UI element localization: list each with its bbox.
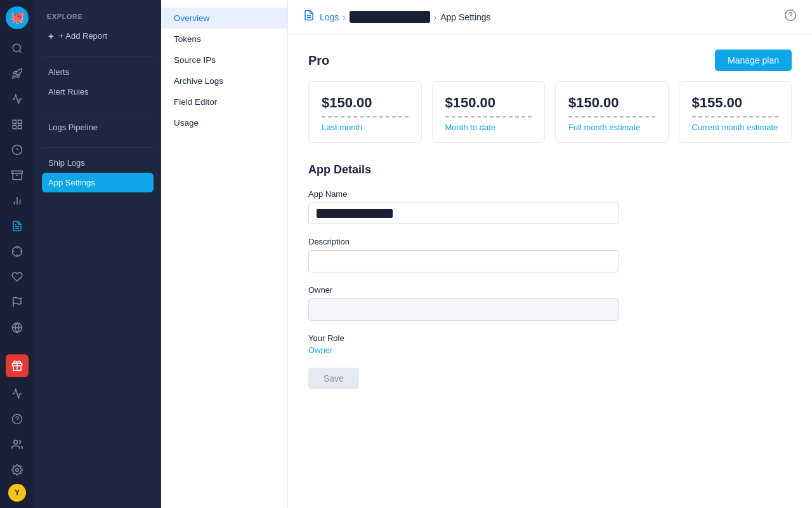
current-month-card: $155.00 Current month estimate xyxy=(679,81,792,143)
avatar[interactable]: Y xyxy=(8,484,26,502)
alert-circle-icon[interactable] xyxy=(6,138,29,161)
svg-rect-5 xyxy=(18,120,22,123)
alert-rules-item[interactable]: Alert Rules xyxy=(42,82,154,102)
breadcrumb: Logs › ████████████ › App Settings xyxy=(320,11,491,23)
plugin-icon[interactable] xyxy=(6,265,29,288)
app-details-title: App Details xyxy=(308,163,792,177)
gift-icon[interactable] xyxy=(6,354,29,377)
alerts-label: Alerts xyxy=(48,67,69,77)
bar-chart-icon[interactable] xyxy=(6,189,29,212)
header: Logs › ████████████ › App Settings xyxy=(288,0,812,34)
description-label: Description xyxy=(308,237,792,246)
grid-icon[interactable] xyxy=(6,113,29,136)
settings-icon[interactable] xyxy=(6,458,29,481)
globe-icon[interactable] xyxy=(6,316,29,339)
main-content: Logs › ████████████ › App Settings Pro M… xyxy=(288,0,812,508)
icon-sidebar: 🐙 xyxy=(0,0,34,508)
logo[interactable]: 🐙 xyxy=(6,6,29,29)
your-role-group: Your Role Owner xyxy=(308,333,792,355)
save-button[interactable]: Save xyxy=(308,368,359,389)
archive-icon[interactable] xyxy=(6,164,29,187)
source-ips-nav[interactable]: Source IPs xyxy=(161,50,287,70)
pro-header: Pro Manage plan xyxy=(308,50,792,71)
app-settings-item[interactable]: App Settings xyxy=(42,173,154,192)
explore-label: Explore xyxy=(42,10,154,23)
owner-group: Owner xyxy=(308,285,792,321)
last-month-card: $150.00 Last month xyxy=(308,81,422,143)
left-nav: Explore + + Add Report Alerts Alert Rule… xyxy=(34,0,161,508)
pro-title: Pro xyxy=(308,53,329,68)
svg-point-30 xyxy=(14,440,18,444)
archive-logs-nav[interactable]: Archive Logs xyxy=(161,70,287,91)
alerts-item[interactable]: Alerts xyxy=(42,62,154,82)
add-report-label: + Add Report xyxy=(59,31,107,41)
secondary-nav: Overview Tokens Source IPs Archive Logs … xyxy=(161,0,288,508)
svg-rect-6 xyxy=(18,126,22,129)
logs-pipeline-item[interactable]: Logs Pipeline xyxy=(42,117,154,137)
alert-rules-label: Alert Rules xyxy=(48,87,89,97)
help-circle-icon[interactable] xyxy=(6,408,29,431)
breadcrumb-separator-2: › xyxy=(434,12,437,22)
full-month-amount: $150.00 xyxy=(568,95,655,117)
divider-1 xyxy=(42,57,154,57)
owner-input xyxy=(308,298,619,321)
add-report-item[interactable]: + + Add Report xyxy=(42,25,154,46)
full-month-card: $150.00 Full month estimate xyxy=(555,81,669,143)
breadcrumb-redacted: ████████████ xyxy=(350,11,430,23)
header-help-icon[interactable] xyxy=(784,9,797,25)
stream-icon[interactable] xyxy=(6,88,29,110)
svg-point-31 xyxy=(16,469,19,472)
manage-plan-button[interactable]: Manage plan xyxy=(715,50,792,71)
svg-rect-11 xyxy=(12,171,23,173)
current-month-amount: $155.00 xyxy=(692,95,779,117)
users-icon[interactable] xyxy=(6,433,29,456)
field-editor-nav[interactable]: Field Editor xyxy=(161,91,287,112)
page-title: App Settings xyxy=(440,12,490,22)
pricing-cards: $150.00 Last month $150.00 Month to date… xyxy=(308,81,792,143)
month-to-date-label: Month to date xyxy=(445,123,532,132)
overview-nav[interactable]: Overview xyxy=(161,8,287,29)
last-month-label: Last month xyxy=(322,123,409,132)
month-to-date-amount: $150.00 xyxy=(445,95,532,117)
app-settings-label: App Settings xyxy=(48,178,95,187)
full-month-label: Full month estimate xyxy=(568,123,655,132)
svg-text:🐙: 🐙 xyxy=(10,10,25,25)
month-to-date-card: $150.00 Month to date xyxy=(432,81,546,143)
your-role-value: Owner xyxy=(308,345,792,355)
last-month-amount: $150.00 xyxy=(322,95,409,117)
ship-logs-item[interactable]: Ship Logs xyxy=(42,153,154,173)
divider-2 xyxy=(42,112,154,112)
description-group: Description xyxy=(308,237,792,272)
app-name-label: App Name xyxy=(308,189,792,199)
usage-nav[interactable]: Usage xyxy=(161,112,287,133)
svg-line-3 xyxy=(19,50,21,52)
breadcrumb-logs-link[interactable]: Logs xyxy=(320,12,339,22)
header-doc-icon xyxy=(303,10,315,24)
rocket-icon[interactable] xyxy=(6,62,29,85)
breadcrumb-separator: › xyxy=(343,12,346,22)
ship-logs-label: Ship Logs xyxy=(48,158,85,168)
owner-label: Owner xyxy=(308,285,792,295)
crosshair-icon[interactable] xyxy=(6,240,29,263)
tokens-nav[interactable]: Tokens xyxy=(161,29,287,50)
app-name-group: App Name xyxy=(308,189,792,224)
app-name-redacted xyxy=(317,209,393,218)
plus-icon: + xyxy=(48,30,54,41)
svg-point-2 xyxy=(13,44,20,51)
svg-rect-4 xyxy=(13,120,16,123)
content-area: Pro Manage plan $150.00 Last month $150.… xyxy=(288,34,812,508)
search-icon[interactable] xyxy=(6,37,29,60)
document-nav-icon[interactable] xyxy=(6,215,29,237)
divider-3 xyxy=(42,147,154,148)
description-input[interactable] xyxy=(308,250,619,272)
flag-icon[interactable] xyxy=(6,291,29,314)
your-role-label: Your Role xyxy=(308,333,792,343)
current-month-label: Current month estimate xyxy=(692,123,779,132)
svg-rect-7 xyxy=(13,126,16,129)
announcement-icon[interactable] xyxy=(6,382,29,405)
logs-pipeline-label: Logs Pipeline xyxy=(48,123,98,132)
